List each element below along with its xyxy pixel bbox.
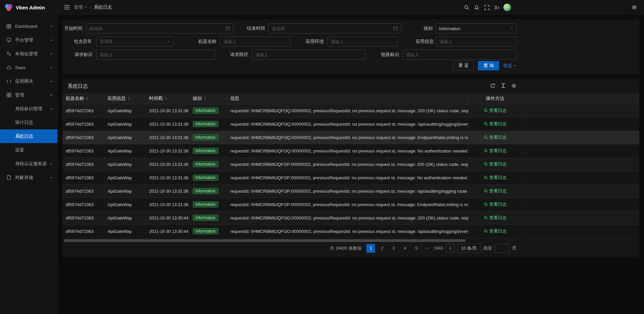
request-path-input[interactable] [255,52,362,57]
app-env-input[interactable] [331,39,394,44]
jump-to-input[interactable] [495,244,509,253]
calendar-icon [393,26,398,31]
chevron-up-icon [513,64,517,67]
sort-desc-icon[interactable]: ▼ [165,99,167,101]
view-log-link[interactable]: 查看日志 [484,188,507,194]
cell-app-info: ApiGateWay [104,184,146,198]
pagination-page-1[interactable]: 1 [366,244,375,253]
logo[interactable]: Vben Admin [0,0,57,15]
saas-icon [6,65,12,70]
view-log-link[interactable]: 查看日志 [484,175,507,181]
scrollbar-thumb[interactable] [64,239,466,242]
pagination-page-2[interactable]: 2 [378,244,386,253]
request-id-field[interactable] [96,50,215,60]
view-log-link[interactable]: 查看日志 [484,228,507,234]
cell-app-info: ApiGateWay [104,198,146,211]
app-info-field[interactable] [436,37,517,47]
sidebar-item-label: Dashboard [15,24,50,29]
chevron-down-icon [50,52,53,56]
machine-name-input[interactable] [223,39,287,44]
has-exception-select[interactable]: 请选择 [96,37,174,47]
trace-id-field[interactable] [402,50,517,60]
view-log-link[interactable]: 查看日志 [484,108,507,114]
view-log-link[interactable]: 查看日志 [484,161,507,167]
row-height-icon[interactable] [501,83,506,88]
pagination-page-1940[interactable]: 1940 [433,244,443,253]
sort-icons[interactable]: ▲▼ [165,97,167,101]
sidebar-item-auth-server[interactable]: 身份认证服务器 [0,157,57,171]
collapse-link[interactable]: 收起 [503,63,517,69]
app-info-input[interactable] [439,39,513,44]
page-size-select[interactable]: 10 条/页 [457,244,481,253]
machine-name-field[interactable] [220,37,290,47]
column-header-1[interactable]: 应用信息▲▼ [104,93,146,104]
cell-action: 查看日志 [468,225,522,238]
sidebar-collapse-icon[interactable] [62,2,72,12]
sidebar-item-manage[interactable]: 管理 [0,88,57,102]
search-icon[interactable] [462,2,472,12]
column-header-2[interactable]: 时间戳▲▼ [146,93,189,104]
level-tag: Information [193,134,218,140]
sort-icons[interactable]: ▲▼ [204,97,206,101]
sidebar-item-object-storage[interactable]: 对象存储 [0,171,57,184]
start-time-picker[interactable] [86,23,233,34]
trace-id-input[interactable] [406,52,513,57]
cell-action: 查看日志 [468,117,522,131]
request-id-input[interactable] [100,52,212,57]
view-log-link[interactable]: 查看日志 [484,121,507,127]
pagination-ellipsis[interactable]: ••• [423,246,431,250]
cell-level: Information [189,131,227,144]
request-path-field[interactable] [252,50,365,60]
cell-filler [522,211,639,225]
pagination-page-3[interactable]: 3 [389,244,398,253]
cell-filler [522,104,639,117]
query-button[interactable]: 查 询 [478,61,499,70]
sidebar-item-dashboard[interactable]: Dashboard [0,19,57,33]
sidebar-item-platform[interactable]: 平台管理 [0,33,57,47]
column-settings-icon[interactable] [511,83,517,88]
column-header-0[interactable]: 机器名称▲▼ [62,93,104,104]
table-toolbar [62,83,517,88]
cell-app-info: ApiGateWay [104,131,146,144]
cell-timestamp: 2021-10-30 13:31:36 [146,198,189,211]
pagination-page-4[interactable]: 4 [400,244,409,253]
notification-bell-icon[interactable] [472,2,482,12]
end-time-input[interactable] [272,26,391,31]
view-log-link[interactable]: 查看日志 [484,134,507,140]
cell-level: Information [189,171,227,184]
sidebar-item-identity[interactable]: 身份标识管理 [0,102,57,116]
sidebar: Vben Admin Dashboard平台管理本地化管理Saas应用网关管理身… [0,0,58,314]
sort-icons[interactable]: ▲▼ [86,97,88,101]
translate-icon[interactable]: 文A [492,2,502,12]
reset-button[interactable]: 重 置 [453,61,474,70]
sidebar-item-system-logs[interactable]: 系统日志 [0,129,57,143]
fullscreen-icon[interactable] [482,2,492,12]
sidebar-item-settings[interactable]: 设置 [0,143,57,157]
horizontal-scrollbar[interactable] [64,239,468,242]
sidebar-item-localization[interactable]: 本地化管理 [0,47,57,61]
refresh-icon[interactable] [490,83,495,88]
sidebar-item-gateway[interactable]: 应用网关 [0,74,57,88]
view-log-link[interactable]: 查看日志 [484,215,507,221]
sidebar-item-audit-logs[interactable]: 审计日志 [0,116,57,129]
cell-timestamp: 2021-10-30 13:31:38 [146,131,189,144]
end-time-picker[interactable] [268,23,401,34]
sort-icons[interactable]: ▲▼ [128,97,130,101]
start-time-input[interactable] [89,26,223,31]
avatar[interactable] [503,3,511,11]
level-label: 级别 [413,23,433,34]
column-header-3[interactable]: 级别▲▼ [189,93,227,104]
sort-desc-icon[interactable]: ▼ [204,99,206,101]
settings-gear-icon[interactable] [629,2,639,12]
sidebar-item-saas[interactable]: Saas [0,61,57,74]
pagination-next-button[interactable] [446,244,454,253]
view-log-link[interactable]: 查看日志 [484,148,507,154]
view-log-link[interactable]: 查看日志 [484,201,507,207]
breadcrumb-parent[interactable]: 管理 [74,4,87,10]
pagination-page-5[interactable]: 5 [412,244,421,253]
level-select[interactable]: Information [435,23,517,34]
app-env-field[interactable] [327,37,398,47]
column-label: 应用信息 [108,96,126,102]
sort-desc-icon[interactable]: ▼ [86,99,88,101]
sort-desc-icon[interactable]: ▼ [128,99,130,101]
